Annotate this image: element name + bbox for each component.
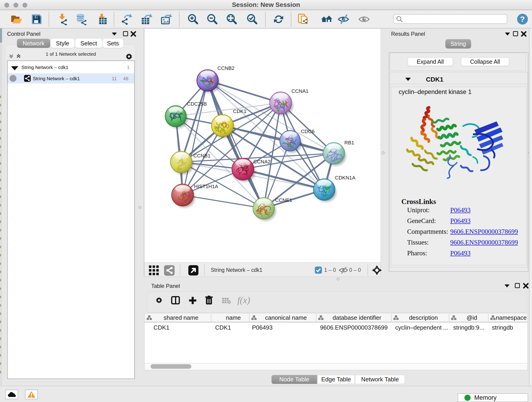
svg-text:CDC6: CDC6: [301, 128, 315, 134]
svg-text:RB1: RB1: [344, 140, 354, 146]
svg-text:CDKN1A: CDKN1A: [335, 175, 355, 181]
svg-text:CCNA2: CCNA2: [253, 159, 271, 165]
svg-text:CCNA1: CCNA1: [291, 88, 309, 94]
svg-text:HIST1H1A: HIST1H1A: [194, 184, 218, 189]
svg-text:CCNE1: CCNE1: [275, 197, 292, 203]
svg-text:CCNB2: CCNB2: [217, 65, 234, 71]
svg-text:CCNB1: CCNB1: [193, 153, 210, 159]
svg-text:CDC25B: CDC25B: [187, 101, 207, 107]
svg-text:CDK1: CDK1: [233, 108, 247, 114]
